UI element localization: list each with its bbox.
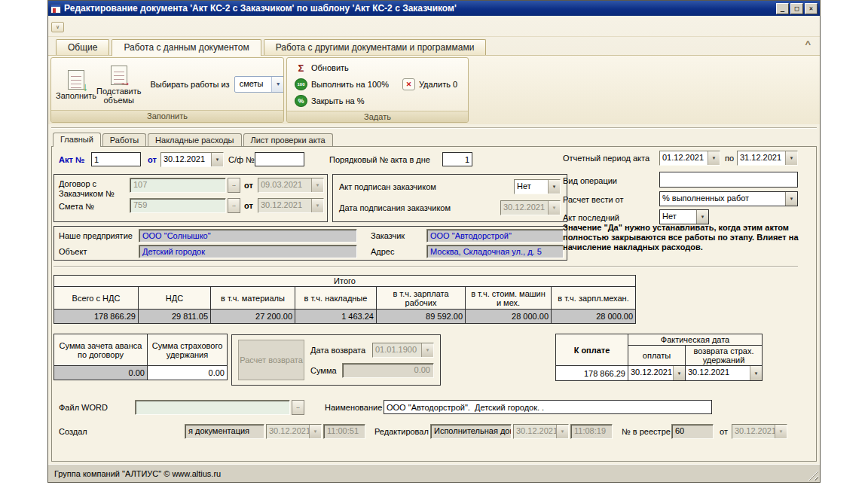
sign-date-combo: 30.12.2021 ▼: [500, 200, 561, 215]
totals-table: Итого Всего с НДС НДС в т.ч. материалы в…: [53, 275, 636, 324]
ribbon-tab-document[interactable]: Работа с данным документом: [112, 39, 261, 56]
estimate-label: Смета №: [59, 202, 94, 211]
chevron-down-icon[interactable]: ▼: [785, 151, 797, 165]
op-kind-input[interactable]: [659, 172, 798, 188]
act-last-combo[interactable]: Нет ▼: [659, 209, 709, 224]
chevron-down-icon: ▼: [775, 425, 787, 438]
period-to-combo[interactable]: 31.12.2021 ▼: [737, 151, 798, 166]
calc-return-button[interactable]: Расчет возврата: [238, 340, 304, 380]
contract-no-field[interactable]: 107: [130, 178, 226, 193]
chevron-down-icon[interactable]: ▼: [696, 210, 708, 224]
maximize-button[interactable]: □: [790, 3, 803, 14]
return-group: Расчет возврата Дата возврата 01.01.1900…: [231, 334, 441, 386]
status-text: Группа компаний "АЛТИУС" © www.altius.ru: [54, 469, 221, 478]
estimate-browse-button[interactable]: ..: [228, 198, 240, 213]
chevron-down-icon[interactable]: ▼: [750, 366, 762, 380]
totals-col-header: в т.ч. зарплата рабочих: [377, 287, 466, 310]
act-date-combo[interactable]: 30.12.2021 ▼: [160, 152, 224, 167]
document-paste-icon: →: [111, 66, 127, 85]
word-file-field[interactable]: [135, 400, 290, 415]
period-label: Отчетный период акта: [563, 154, 649, 163]
totals-col-header: в т.ч. материалы: [211, 287, 295, 310]
ordinal-input[interactable]: [442, 152, 472, 166]
ribbon-collapse-icon[interactable]: ^: [805, 39, 811, 49]
tab-page-main: Акт № от 30.12.2021 ▼ С/ф № Порядковый №…: [51, 146, 817, 462]
pick-works-select[interactable]: сметы ▼: [234, 76, 284, 93]
document-fill-icon: ↓: [68, 70, 84, 90]
return-col-header: возврата страх. удержаний: [686, 346, 763, 366]
totals-col-header: в т.ч. стоим. машин и мех.: [466, 287, 552, 310]
signed-group: Акт подписан заказчиком Нет ▼ Дата подпи…: [332, 174, 567, 222]
chevron-down-icon[interactable]: ▼: [673, 366, 685, 380]
group-caption-set: Задать: [287, 111, 468, 123]
calc-from-combo[interactable]: % выполненных работ ▼: [659, 191, 798, 206]
chevron-down-icon[interactable]: ▼: [211, 153, 223, 166]
refresh-button[interactable]: Σ Обновить: [295, 62, 349, 74]
quick-access-toolbar: ∨: [48, 16, 820, 37]
qat-expand-icon[interactable]: ∨: [51, 22, 64, 32]
op-kind-label: Вид операции: [563, 176, 617, 185]
tab-overheads[interactable]: Накладные расходы: [148, 133, 241, 146]
period-from-combo[interactable]: 01.12.2021 ▼: [659, 151, 720, 166]
minimize-button[interactable]: _: [776, 3, 789, 14]
fill-button[interactable]: ↓ Заполнить: [56, 69, 96, 100]
tab-main[interactable]: Главный: [53, 133, 101, 147]
window-title: Редактирование документа 'Акт КС-2 с Зак…: [64, 3, 773, 14]
execute-100-button[interactable]: 100 Выполнить на 100%: [295, 78, 389, 90]
totals-col-header: НДС: [139, 287, 211, 310]
totals-col-header: в т.ч. накладные: [295, 287, 377, 310]
calc-from-label: Расчет вести от: [563, 195, 624, 204]
totals-value: 178 866.29: [54, 310, 139, 324]
ordinal-label: Порядковый № акта в дне: [329, 155, 430, 164]
signed-combo[interactable]: Нет ▼: [514, 179, 561, 194]
sf-label: С/ф №: [228, 155, 255, 164]
act-no-label: Акт №: [59, 155, 84, 164]
period-mid-label: по: [725, 154, 734, 163]
app-window: Редактирование документа 'Акт КС-2 с Зак…: [47, 0, 821, 483]
advance-offset-header: Сумма зачета аванса по договору: [54, 334, 148, 366]
word-browse-button[interactable]: ..: [292, 400, 304, 415]
return-date-label: Дата возврата: [310, 346, 365, 355]
ribbon-band: ↓ Заполнить → Подставить объемы Выбирать…: [48, 55, 820, 124]
registry-label: № в реестре: [622, 427, 671, 436]
payment-amount[interactable]: 178 866.29: [556, 366, 628, 381]
close-button[interactable]: ✕: [805, 3, 818, 14]
totals-col-header: Всего с НДС: [54, 287, 139, 310]
contract-label: Договор с Заказчиком №: [59, 179, 130, 199]
status-bar: Группа компаний "АЛТИУС" © www.altius.ru: [48, 464, 820, 482]
note-text: Значение "Да" нужно устанавливать, когда…: [563, 223, 799, 252]
chevron-down-icon: ▼: [548, 201, 560, 215]
delete-zero-button[interactable]: ✕ Удалить 0: [402, 78, 457, 90]
word-file-label: Файл WORD: [59, 403, 108, 412]
created-time-field: 11:00:51: [323, 424, 365, 439]
tab-works[interactable]: Работы: [102, 133, 146, 146]
pay-col-header: оплаты: [628, 346, 686, 366]
ribbon-tab-other[interactable]: Работа с другими документами и программа…: [264, 39, 487, 55]
advance-offset-value[interactable]: 0.00: [54, 366, 148, 380]
chevron-down-icon[interactable]: ▼: [708, 151, 720, 165]
return-sum-field: 0.00: [342, 363, 434, 378]
chevron-down-icon[interactable]: ▼: [548, 180, 560, 194]
contract-browse-button[interactable]: ..: [228, 178, 240, 193]
close-percent-button[interactable]: % Закрыть на %: [295, 95, 364, 107]
editor-field: Исполнительная доку: [430, 424, 512, 439]
registry-no-field[interactable]: 60: [671, 424, 714, 439]
title-bar: Редактирование документа 'Акт КС-2 с Зак…: [48, 1, 820, 16]
divider: [53, 266, 798, 267]
app-icon: [50, 4, 61, 14]
ribbon-tab-general[interactable]: Общие: [56, 39, 109, 55]
resize-grip-icon[interactable]: [808, 470, 818, 480]
advance-table: Сумма зачета аванса по договору Сумма ст…: [53, 334, 228, 380]
pay-date-combo[interactable]: 30.12.2021 ▼: [628, 366, 685, 380]
act-no-input[interactable]: [91, 152, 141, 166]
estimate-from-label: от: [244, 201, 253, 210]
chevron-down-icon[interactable]: ▼: [785, 192, 797, 206]
paste-volumes-button[interactable]: → Подставить объемы: [96, 64, 142, 105]
sf-input[interactable]: [255, 152, 304, 166]
insurance-return-date-combo[interactable]: 30.12.2021 ▼: [686, 366, 762, 380]
tab-checklist[interactable]: Лист проверки акта: [243, 133, 333, 146]
estimate-no-field[interactable]: 759: [130, 198, 226, 213]
insurance-hold-value[interactable]: 0.00: [148, 366, 228, 380]
name-input[interactable]: [384, 400, 712, 414]
chevron-down-icon[interactable]: ▼: [271, 77, 284, 92]
